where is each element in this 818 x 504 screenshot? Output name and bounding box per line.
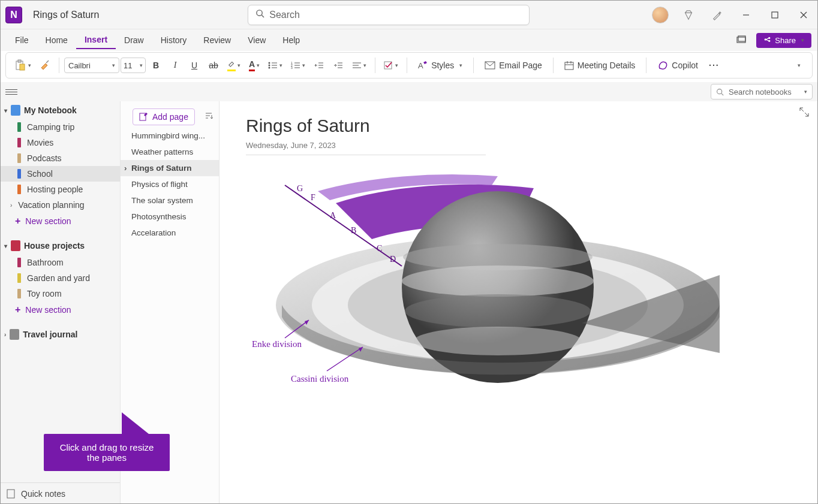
- notebook-icon: [11, 105, 20, 116]
- font-color-button[interactable]: A▾: [245, 56, 263, 75]
- italic-button[interactable]: I: [166, 56, 184, 75]
- align-button[interactable]: ▾: [348, 56, 370, 75]
- copilot-button[interactable]: Copilot: [651, 60, 704, 71]
- page-title[interactable]: Rings of Saturn: [246, 116, 791, 136]
- section-item[interactable]: Hosting people: [1, 182, 120, 197]
- tab-insert[interactable]: Insert: [76, 31, 116, 49]
- document-title: Rings of Saturn: [33, 10, 99, 20]
- section-color-tab: [17, 289, 21, 298]
- new-section-button[interactable]: +New section: [1, 301, 120, 318]
- notebook-header-collapsed[interactable]: › Travel journal: [1, 325, 120, 343]
- svg-point-59: [405, 294, 591, 328]
- svg-line-51: [800, 108, 804, 111]
- strikethrough-button[interactable]: ab: [204, 56, 222, 75]
- search-input[interactable]: Search: [248, 5, 530, 25]
- chevron-down-icon: ▾: [801, 37, 804, 43]
- notebook-header[interactable]: ▾ My Notebook: [1, 101, 120, 119]
- tab-draw[interactable]: Draw: [116, 32, 152, 49]
- meeting-details-button[interactable]: Meeting Details: [558, 61, 642, 70]
- underline-button[interactable]: U: [185, 56, 203, 75]
- feedback-icon[interactable]: [732, 31, 750, 49]
- section-color-tab: [17, 169, 21, 179]
- outdent-button[interactable]: [310, 56, 328, 75]
- edit-icon: [139, 113, 148, 121]
- section-item[interactable]: ›Vacation planning: [1, 197, 120, 213]
- bold-button[interactable]: B: [147, 56, 165, 75]
- section-item[interactable]: Toy room: [1, 286, 120, 301]
- section-item[interactable]: Movies: [1, 135, 120, 150]
- ribbon-chevron-button[interactable]: ▾: [789, 56, 807, 75]
- page-item[interactable]: Accelaration: [121, 225, 219, 241]
- tab-home[interactable]: Home: [37, 32, 76, 49]
- add-page-button[interactable]: Add page: [133, 108, 195, 125]
- divider: [59, 58, 59, 73]
- search-notebooks-input[interactable]: Search notebooks ▾: [711, 84, 813, 99]
- notebook-sidebar: ▾ My Notebook Camping trip Movies Podcas…: [1, 101, 121, 504]
- expand-button[interactable]: [799, 107, 809, 119]
- svg-line-15: [46, 61, 49, 63]
- section-item-selected[interactable]: School: [1, 166, 120, 182]
- svg-point-58: [402, 265, 594, 297]
- user-avatar[interactable]: [652, 7, 669, 23]
- font-select[interactable]: Cailbri▾: [64, 58, 119, 73]
- email-page-button[interactable]: Email Page: [479, 61, 548, 70]
- svg-rect-37: [384, 62, 392, 69]
- sort-button[interactable]: [204, 111, 213, 122]
- section-item[interactable]: Podcasts: [1, 150, 120, 166]
- numbering-button[interactable]: 123▾: [287, 56, 309, 75]
- notebook-header[interactable]: ▾ House projects: [1, 237, 120, 255]
- chevron-right-icon: ›: [4, 331, 6, 338]
- chevron-right-icon: ›: [10, 202, 12, 209]
- page-canvas[interactable]: Rings of Saturn Wednesday, June 7, 2023: [219, 101, 817, 504]
- svg-line-45: [721, 93, 723, 95]
- plus-icon: +: [15, 304, 20, 315]
- close-button[interactable]: [795, 6, 813, 24]
- svg-point-20: [269, 67, 270, 69]
- diamond-icon[interactable]: [679, 6, 697, 24]
- share-label: Share: [775, 36, 796, 45]
- svg-rect-13: [18, 60, 21, 62]
- pen-sparkle-icon[interactable]: [708, 6, 726, 24]
- search-notebooks-placeholder: Search notebooks: [729, 87, 792, 96]
- styles-button[interactable]: A Styles▾: [412, 61, 468, 70]
- main-area: ▾ My Notebook Camping trip Movies Podcas…: [1, 101, 817, 504]
- paste-button[interactable]: ▾: [11, 56, 35, 75]
- indent-button[interactable]: [329, 56, 347, 75]
- tab-history[interactable]: History: [152, 32, 196, 49]
- tab-view[interactable]: View: [239, 32, 274, 49]
- minimize-button[interactable]: [737, 6, 755, 24]
- section-item[interactable]: Garden and yard: [1, 270, 120, 286]
- page-item[interactable]: Physics of flight: [121, 176, 219, 192]
- new-section-button[interactable]: +New section: [1, 213, 120, 230]
- page-item[interactable]: The solar system: [121, 192, 219, 209]
- tab-help[interactable]: Help: [274, 32, 308, 49]
- section-item[interactable]: Bathroom: [1, 255, 120, 270]
- page-item[interactable]: Hummingbird wing...: [121, 128, 219, 144]
- page-item[interactable]: Photosynthesis: [121, 209, 219, 225]
- svg-point-16: [269, 62, 270, 64]
- font-size-select[interactable]: 11▾: [121, 58, 146, 73]
- overflow-button[interactable]: ···: [705, 56, 723, 75]
- highlight-button[interactable]: ▾: [224, 56, 244, 75]
- bullets-button[interactable]: ▾: [264, 56, 286, 75]
- svg-text:B: B: [351, 226, 356, 235]
- page-item[interactable]: Weather patterns: [121, 144, 219, 160]
- pane-toggle-button[interactable]: [5, 86, 17, 98]
- tab-review[interactable]: Review: [195, 32, 239, 49]
- notebook-icon: [11, 240, 20, 251]
- mail-icon: [485, 61, 495, 70]
- todo-tag-button[interactable]: ▾: [380, 56, 402, 75]
- section-color-tab: [17, 138, 21, 147]
- share-button[interactable]: Share ▾: [756, 33, 811, 48]
- maximize-button[interactable]: [766, 6, 784, 24]
- format-painter-button[interactable]: [36, 56, 54, 75]
- page-item-selected[interactable]: Rings of Saturn: [121, 160, 219, 176]
- saturn-illustration: G F A B C D Enke division Cassini divisi…: [246, 167, 720, 431]
- svg-text:Cassini division: Cassini division: [291, 374, 349, 384]
- section-item[interactable]: Camping trip: [1, 119, 120, 135]
- section-color-tab: [17, 185, 21, 194]
- quick-notes-button[interactable]: Quick notes: [1, 482, 120, 504]
- svg-rect-14: [20, 64, 25, 70]
- tab-file[interactable]: File: [7, 32, 37, 49]
- divider: [407, 58, 407, 73]
